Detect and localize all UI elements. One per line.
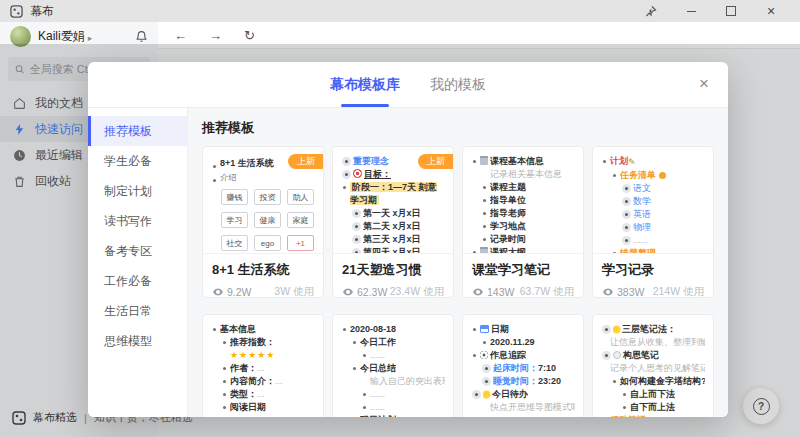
grid-cell-add: +1: [287, 235, 314, 251]
template-card[interactable]: 2020-08-18今日工作......今日总结输入自己的突出表现，......…: [332, 314, 454, 417]
category-item-active[interactable]: 推荐模板: [88, 116, 187, 146]
preview-text-part: 快点开思维导图模式吧，可...: [490, 402, 575, 412]
preview-text-part: 数学: [633, 196, 651, 206]
preview-text-part: 错题整理: [620, 248, 656, 254]
preview-line: 指导单位: [472, 194, 575, 207]
bulb-icon: [613, 326, 620, 333]
preview-text-part: 日期: [491, 324, 509, 334]
bullet-dot-icon: [223, 380, 226, 383]
preview-text-part: 课程基本信息: [490, 156, 544, 166]
preview-text-part: 类型：: [230, 389, 257, 399]
preview-text: 起床时间：7:10: [493, 362, 556, 375]
preview-text-part: 记录个人思考的见解笔记: [610, 363, 705, 373]
bullet-dot-icon: [353, 341, 356, 344]
preview-text: 错题整理: [620, 247, 656, 254]
template-card[interactable]: 上新重要理念目标：阶段一：1—7天 刻意学习期第一天 x月x日第二天 x月x日第…: [332, 146, 454, 298]
bullet-dot-icon: [223, 393, 226, 396]
template-card[interactable]: 三层笔记法：让信息从收集、整理到输出...构思笔记记录个人思考的见解笔记如何构建…: [592, 314, 714, 417]
template-card[interactable]: 课程基本信息记录相关基本信息课程主题指导单位指导老师学习地点记录时间课程大纲课堂…: [462, 146, 584, 298]
maximize-icon[interactable]: [724, 4, 738, 18]
template-stats: 143W63.7W 使用: [472, 285, 574, 298]
category-item[interactable]: 思维模型: [88, 326, 187, 356]
window-close-icon[interactable]: [764, 4, 778, 18]
category-item[interactable]: 生活日常: [88, 296, 187, 326]
preview-line: 基本信息: [212, 323, 315, 336]
bullet-dot-icon: [613, 174, 616, 177]
preview-text: 英语: [633, 208, 651, 221]
app-title: 幕布: [30, 3, 54, 20]
bullet-circle-icon: [342, 170, 351, 179]
preview-text: 内容简介：...: [230, 375, 283, 388]
refresh-icon[interactable]: [244, 28, 255, 43]
forward-icon[interactable]: [209, 28, 222, 43]
notebook-icon: [480, 156, 488, 165]
preview-text: 日期: [480, 323, 509, 336]
preview-line: 如何构建金字塔结构?: [602, 375, 705, 388]
category-item[interactable]: 工作必备: [88, 266, 187, 296]
preview-line: ......: [342, 388, 445, 401]
grid-cell: 社交: [221, 235, 248, 251]
template-card[interactable]: 计划任务清单 语文数学英语物理......错题整理学习记录383W214W 使用: [592, 146, 714, 298]
preview-text-part: 明日计划: [360, 415, 396, 417]
preview-line: 语文: [602, 182, 705, 195]
category-item[interactable]: 制定计划: [88, 176, 187, 206]
calendar-icon: [480, 325, 489, 333]
category-item[interactable]: 备考专区: [88, 236, 187, 266]
preview-text-part: 基本信息: [220, 324, 256, 334]
preview-text-part: 自下而上法: [630, 402, 675, 412]
bullet-circle-icon: [352, 222, 361, 231]
preview-text: 记录个人思考的见解笔记: [610, 362, 705, 375]
bullet-circle-icon: [352, 248, 361, 254]
close-icon[interactable]: [696, 75, 712, 91]
preview-text-part: 记录时间: [490, 234, 526, 244]
template-gallery: 推荐模板 上新8+1 生活系统介绍赚钱投资助人学习健康家庭社交ego+18+1 …: [188, 108, 728, 417]
views-eye-icon: [472, 286, 484, 298]
card-footer: 21天塑造习惯62.3W23.4W 使用: [333, 254, 453, 298]
pin-icon[interactable]: [644, 4, 658, 18]
uses-count: 3W 使用: [274, 285, 314, 298]
preview-text: 课程基本信息: [480, 155, 544, 168]
category-item[interactable]: 读书写作: [88, 206, 187, 236]
back-icon[interactable]: [174, 28, 187, 43]
template-card[interactable]: 日期2020.11.29作息追踪起床时间：7:10睡觉时间：23:20今日待办快…: [462, 314, 584, 417]
preview-line: 计划: [602, 155, 705, 169]
grid-cell: 学习: [221, 212, 248, 228]
preview-text: 明日计划: [360, 414, 396, 417]
minimize-icon[interactable]: [684, 4, 698, 18]
preview-line: 课程基本信息: [472, 155, 575, 168]
template-card[interactable]: 基本信息推荐指数：★★★★★作者：...内容简介：...类型：...阅读日期: [202, 314, 324, 417]
preview-line: 作息追踪: [472, 349, 575, 362]
category-list: 推荐模板学生必备制定计划读书写作备考专区工作必备生活日常思维模型: [88, 108, 188, 417]
views-count: 62.3W: [342, 286, 387, 298]
preview-line: 阶段一：1—7天 刻意学习期: [342, 181, 445, 207]
preview-line: 构思笔记: [602, 349, 705, 362]
preview-line: 内容简介：...: [212, 375, 315, 388]
template-card[interactable]: 上新8+1 生活系统介绍赚钱投资助人学习健康家庭社交ego+18+1 生活系统9…: [202, 146, 324, 298]
preview-text-part: 自上而下法: [630, 389, 675, 399]
preview-text-part: ...: [257, 363, 265, 373]
preview-line: 第四天 x月x日: [342, 246, 445, 254]
uses-count: 214W 使用: [653, 285, 704, 298]
preview-text: 睡觉时间：23:20: [493, 375, 561, 388]
preview-line: 今日工作: [342, 336, 445, 349]
bullet-dot-icon: [353, 367, 356, 370]
tab-template-library[interactable]: 幕布模板库: [330, 76, 400, 107]
bullet-dot-icon: [363, 354, 366, 357]
preview-text: 如何构建金字塔结构?: [620, 375, 705, 388]
notification-bell-icon[interactable]: [135, 30, 148, 43]
preview-text: 物理: [633, 221, 651, 234]
preview-text-part: 内容简介：: [230, 376, 275, 386]
preview-text-part: 目标：: [364, 169, 391, 179]
bullet-circle-icon: [622, 184, 631, 193]
category-item[interactable]: 学生必备: [88, 146, 187, 176]
preview-line: 第一天 x月x日: [342, 207, 445, 220]
tab-my-templates[interactable]: 我的模板: [430, 76, 486, 107]
bullet-circle-icon: [622, 197, 631, 206]
modal-body: 推荐模板学生必备制定计划读书写作备考专区工作必备生活日常思维模型 推荐模板 上新…: [88, 108, 728, 417]
preview-text: 2020.11.29: [490, 336, 535, 349]
bullet-dot-icon: [223, 341, 226, 344]
preview-text: ......: [370, 388, 385, 401]
card-footer: 学习记录383W214W 使用: [593, 254, 713, 298]
pen-icon: [628, 156, 636, 169]
preview-line: 类型：...: [212, 388, 315, 401]
